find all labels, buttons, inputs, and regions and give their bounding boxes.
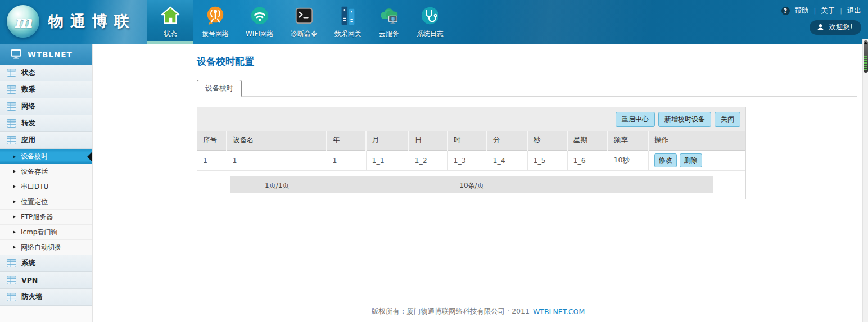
scrollbar-thumb[interactable] — [864, 40, 868, 73]
help-link[interactable]: 帮助 — [795, 6, 809, 16]
page-footer: 版权所有：厦门物通博联网络科技有限公司 · 2011 WTBLNET.COM — [100, 301, 856, 322]
copyright-text: 版权所有：厦门物通博联网络科技有限公司 · 2011 — [372, 307, 530, 316]
sidebar-subitem-label: FTP服务器 — [21, 212, 53, 222]
nav-label: 诊断命令 — [291, 29, 318, 39]
cell-second: 1_5 — [527, 150, 567, 170]
cell-week: 1_6 — [567, 150, 608, 170]
grid-table-icon — [7, 136, 16, 144]
triangle-bullet-icon — [13, 246, 16, 249]
delete-button[interactable]: 删除 — [680, 153, 702, 167]
pagination-bar[interactable]: 1页/1页 10条/页 — [230, 176, 713, 193]
sidebar-subitem-network-auto-switch[interactable]: 网络自动切换 — [0, 240, 92, 255]
sidebar-subitem-ftp-server[interactable]: FTP服务器 — [0, 210, 92, 225]
sidebar-subitem-icmp-watchdog[interactable]: Icmp看门狗 — [0, 225, 92, 240]
device-timing-panel: 重启中心 新增校时设备 关闭 序号 设备名 年 月 日 — [197, 107, 746, 199]
stethoscope-log-icon — [419, 5, 441, 26]
sidebar-item-label: 网络 — [21, 102, 35, 111]
table-header-row: 序号 设备名 年 月 日 时 分 秒 星期 频率 操作 — [197, 131, 745, 150]
gateway-servers-icon — [337, 5, 359, 26]
sidebar-subitem-label: 串口DTU — [21, 182, 48, 192]
main-content: 设备校时配置 设备校时 重启中心 新增校时设备 关闭 序号 设备名 — [93, 44, 863, 322]
logout-link[interactable]: 退出 — [847, 6, 861, 16]
top-header: m 物通博联 状态 拨号网络 — [0, 0, 868, 44]
dialup-antenna-icon — [205, 5, 226, 26]
sidebar-subitem-label: Icmp看门狗 — [21, 228, 57, 237]
question-icon: ? — [781, 7, 790, 15]
restart-center-button[interactable]: 重启中心 — [616, 112, 655, 127]
welcome-badge[interactable]: 欢迎您! — [810, 20, 861, 35]
nav-item-data-gateway[interactable]: 数采网关 — [326, 0, 370, 44]
nav-label: 状态 — [164, 29, 177, 39]
sidebar-item-label: 状态 — [21, 68, 35, 78]
pagination-area: 1页/1页 10条/页 — [197, 171, 745, 199]
triangle-bullet-icon — [13, 185, 16, 188]
page: m 物通博联 状态 拨号网络 — [0, 0, 868, 322]
nav-item-system-log[interactable]: 系统日志 — [408, 0, 452, 44]
column-header: 时 — [447, 131, 487, 150]
sidebar-subitem-location[interactable]: 位置定位 — [0, 194, 92, 210]
top-nav: 状态 拨号网络 WI — [147, 0, 452, 44]
column-header: 月 — [366, 131, 409, 150]
nav-item-status[interactable]: 状态 — [147, 0, 193, 44]
cloud-service-icon — [378, 5, 400, 26]
cell-index: 1 — [197, 150, 227, 170]
brand-name: 物通博联 — [48, 11, 136, 31]
column-header: 序号 — [197, 131, 227, 150]
sidebar-item-label: 转发 — [21, 119, 35, 128]
sidebar-item-forward[interactable]: 转发 — [0, 115, 92, 132]
nav-item-dialup-network[interactable]: 拨号网络 — [193, 0, 237, 44]
welcome-text: 欢迎您! — [829, 22, 853, 32]
grid-table-icon — [7, 119, 16, 128]
cell-operations: 修改 删除 — [648, 150, 745, 170]
page-title: 设备校时配置 — [197, 55, 254, 68]
about-link[interactable]: 关于 — [821, 6, 835, 16]
scrollbar-arrow-icon — [864, 42, 867, 44]
column-header: 设备名 — [227, 131, 327, 150]
logo-letter: m — [14, 12, 32, 31]
column-header: 年 — [327, 131, 366, 150]
sidebar-item-status[interactable]: 状态 — [0, 65, 92, 81]
sidebar-item-system[interactable]: 系统 — [0, 255, 92, 272]
triangle-bullet-icon — [13, 170, 16, 173]
cell-year: 1 — [327, 150, 366, 170]
link-separator: | — [840, 7, 842, 15]
sidebar-subitem-serial-dtu[interactable]: 串口DTU — [0, 179, 92, 194]
footer-site-link[interactable]: WTBLNET.COM — [533, 307, 585, 316]
sidebar-item-firewall[interactable]: 防火墙 — [0, 289, 92, 306]
sidebar-item-label: VPN — [21, 276, 38, 284]
table-row: 1 1 1 1_1 1_2 1_3 1_4 1_5 1_6 10秒 修改 — [197, 150, 745, 170]
header-right: ? 帮助 | 关于 | 退出 欢迎您! — [781, 6, 861, 35]
link-separator: | — [814, 7, 816, 15]
grid-table-icon — [7, 293, 16, 301]
sidebar-subitem-device-keepalive[interactable]: 设备存活 — [0, 164, 92, 179]
nav-item-cloud-service[interactable]: 云服务 — [370, 0, 408, 44]
close-button[interactable]: 关闭 — [715, 112, 740, 127]
sidebar-item-network[interactable]: 网络 — [0, 98, 92, 115]
sidebar-header: WTBLNET — [0, 44, 92, 65]
sidebar-item-vpn[interactable]: VPN — [0, 272, 92, 289]
sidebar-subitem-label: 网络自动切换 — [21, 243, 61, 252]
cell-day: 1_2 — [409, 150, 447, 170]
sidebar-subitem-label: 设备校时 — [21, 152, 48, 161]
terminal-icon — [293, 5, 315, 26]
nav-label: 拨号网络 — [202, 29, 229, 39]
sidebar-item-application[interactable]: 应用 — [0, 132, 92, 149]
nav-label: 系统日志 — [417, 29, 444, 39]
add-timing-device-button[interactable]: 新增校时设备 — [658, 112, 711, 127]
page-indicator: 1页/1页 — [265, 181, 289, 191]
device-timing-table: 序号 设备名 年 月 日 时 分 秒 星期 频率 操作 — [197, 131, 745, 171]
sidebar-item-label: 防火墙 — [21, 292, 43, 302]
triangle-bullet-icon — [13, 230, 16, 234]
sidebar-subitem-device-timing[interactable]: 设备校时 — [0, 149, 92, 164]
tab-strip: 设备校时 — [197, 80, 857, 97]
edit-button[interactable]: 修改 — [654, 153, 677, 167]
sidebar-subitem-label: 设备存活 — [21, 167, 48, 176]
sidebar-item-label: 系统 — [21, 258, 35, 268]
tab-device-timing[interactable]: 设备校时 — [197, 80, 242, 97]
vertical-scrollbar-track[interactable] — [862, 39, 868, 322]
triangle-bullet-icon — [13, 200, 16, 203]
sidebar-item-data-collect[interactable]: 数采 — [0, 81, 92, 98]
nav-item-wifi-network[interactable]: WIFI网络 — [237, 0, 282, 44]
column-header: 频率 — [608, 131, 648, 150]
nav-item-diagnostic-command[interactable]: 诊断命令 — [282, 0, 326, 44]
